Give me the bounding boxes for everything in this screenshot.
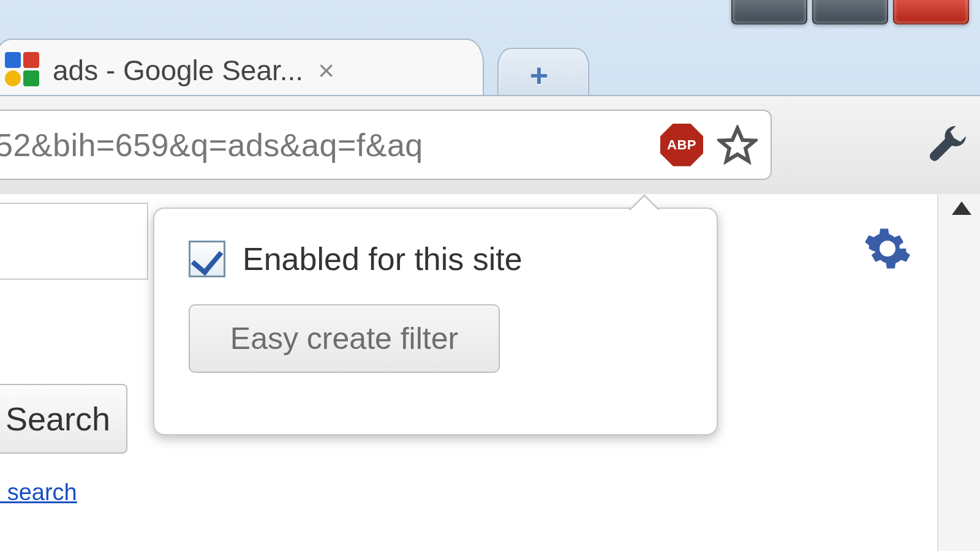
google-favicon-icon: [5, 52, 42, 89]
scroll-up-arrow-icon[interactable]: [952, 201, 971, 215]
enabled-label: Enabled for this site: [243, 241, 522, 277]
vertical-scrollbar[interactable]: [937, 194, 980, 551]
page-settings-gear-icon[interactable]: [864, 225, 913, 274]
plus-icon: +: [530, 57, 548, 94]
window-minimize-button[interactable]: [731, 0, 807, 24]
url-text: 52&bih=659&q=ads&aq=f&aq: [0, 127, 653, 163]
adblock-plus-icon[interactable]: ABP: [660, 124, 703, 167]
window-maximize-button[interactable]: [812, 0, 888, 24]
search-button[interactable]: Search: [0, 384, 127, 454]
easy-create-filter-button[interactable]: Easy create filter: [189, 304, 500, 373]
svg-marker-0: [720, 128, 755, 161]
window-close-button[interactable]: [893, 0, 969, 24]
browser-window: ads - Google Sear... × + 52&bih=659&q=ad…: [0, 0, 980, 551]
tab-title: ads - Google Sear...: [53, 54, 303, 87]
advanced-search-link-fragment[interactable]: d search: [0, 479, 77, 506]
tab-strip: ads - Google Sear... × +: [0, 34, 589, 101]
enabled-checkbox[interactable]: [189, 241, 225, 277]
abp-label: ABP: [667, 137, 696, 153]
easy-create-filter-label: Easy create filter: [230, 321, 458, 356]
tab-close-icon[interactable]: ×: [318, 56, 334, 84]
enabled-for-site-row[interactable]: Enabled for this site: [154, 209, 717, 277]
search-input-fragment[interactable]: [0, 203, 148, 280]
tab-active[interactable]: ads - Google Sear... ×: [0, 39, 484, 101]
new-tab-button[interactable]: +: [497, 48, 589, 101]
omnibox[interactable]: 52&bih=659&q=ads&aq=f&aq ABP: [0, 110, 772, 180]
bookmark-star-icon[interactable]: [715, 123, 760, 167]
page-content: Search d search Enabled for this site Ea…: [0, 194, 980, 551]
browser-toolbar: 52&bih=659&q=ads&aq=f&aq ABP: [0, 95, 980, 195]
adblock-popup: Enabled for this site Easy create filter: [153, 208, 718, 435]
search-button-label: Search: [6, 400, 110, 438]
window-controls: [731, 0, 969, 24]
settings-wrench-icon[interactable]: [920, 121, 975, 168]
